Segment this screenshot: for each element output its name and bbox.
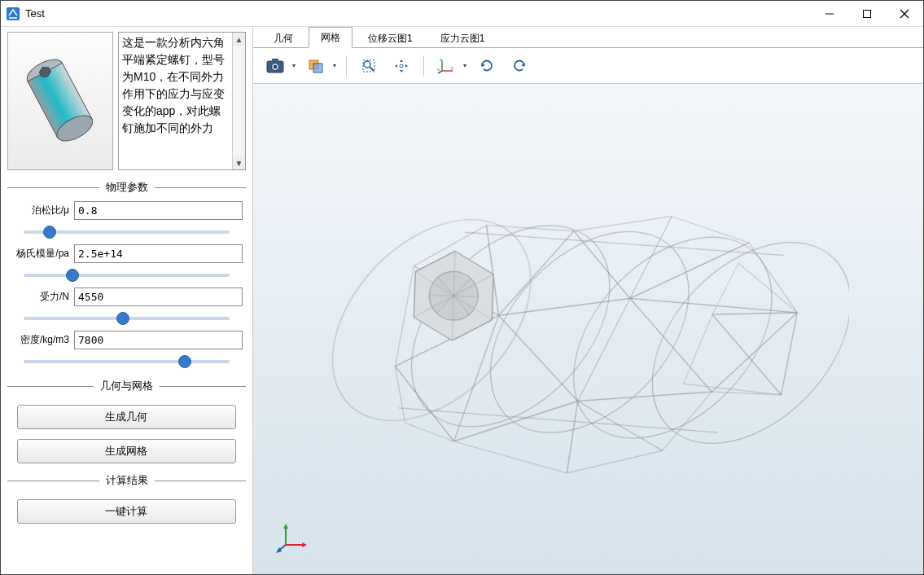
tab-stress[interactable]: 应力云图1 — [428, 28, 497, 48]
param-row-density: 密度/kg/m3 — [7, 331, 246, 349]
tab-mesh[interactable]: 网格 — [309, 27, 353, 48]
redo-view-button[interactable] — [507, 54, 532, 78]
mesh-wireframe — [328, 117, 849, 541]
model-thumbnail — [7, 32, 113, 170]
compute-button[interactable]: 一键计算 — [17, 499, 237, 524]
svg-line-28 — [464, 141, 783, 347]
screenshot-button[interactable] — [263, 54, 287, 78]
section-header-results: 计算结果 — [7, 473, 246, 488]
close-button[interactable] — [886, 1, 923, 26]
section-title-geometry: 几何与网格 — [94, 379, 160, 393]
svg-point-12 — [274, 64, 277, 68]
svg-point-29 — [373, 187, 648, 465]
input-youngs[interactable] — [74, 244, 243, 263]
app-window: Test — [0, 0, 924, 575]
input-density[interactable] — [74, 331, 243, 349]
tab-geometry[interactable]: 几何 — [261, 28, 305, 48]
section-title-results: 计算结果 — [99, 473, 155, 488]
zoom-extents-button[interactable] — [357, 54, 381, 78]
svg-point-18 — [400, 64, 403, 68]
input-poisson[interactable] — [74, 201, 243, 220]
svg-line-27 — [398, 316, 718, 524]
window-title: Test — [25, 7, 811, 20]
input-force[interactable] — [74, 288, 243, 306]
slider-poisson[interactable] — [24, 230, 230, 234]
tab-bar: 几何 网格 位移云图1 应力云图1 — [253, 27, 923, 48]
dropdown-caret-icon[interactable]: ▾ — [292, 62, 296, 69]
svg-marker-41 — [283, 524, 288, 529]
toolbar-separator-2 — [423, 55, 424, 77]
generate-mesh-button[interactable]: 生成网格 — [17, 439, 237, 463]
label-force: 受力/N — [11, 290, 69, 304]
svg-rect-10 — [272, 59, 278, 62]
svg-line-17 — [370, 67, 374, 71]
description-scrollbar[interactable]: ▲ ▼ — [232, 33, 245, 169]
window-controls — [811, 1, 923, 26]
select-transparency-button[interactable] — [304, 54, 328, 78]
axes-orientation-button[interactable]: zyx — [434, 54, 458, 78]
scroll-track[interactable] — [233, 46, 245, 156]
section-header-geometry: 几何与网格 — [7, 379, 246, 393]
param-row-poisson: 泊松比/μ — [7, 201, 246, 220]
label-density: 密度/kg/m3 — [11, 333, 69, 347]
label-poisson: 泊松比/μ — [11, 204, 69, 217]
section-header-physics: 物理参数 — [7, 180, 246, 195]
main-area: 几何 网格 位移云图1 应力云图1 ▾ ▾ — [253, 27, 923, 574]
svg-rect-2 — [864, 10, 871, 17]
pan-button[interactable] — [389, 54, 414, 78]
dropdown-caret-icon-3[interactable]: ▾ — [463, 62, 466, 69]
slider-density[interactable] — [24, 360, 230, 363]
minimize-button[interactable] — [811, 1, 848, 26]
svg-point-16 — [364, 61, 370, 68]
maximize-button[interactable] — [848, 1, 886, 26]
generate-geometry-button[interactable]: 生成几何 — [17, 405, 237, 429]
description-box: 这是一款分析内六角平端紧定螺钉，型号为M10，在不同外力作用下的应力与应变变化的… — [118, 32, 246, 170]
viewport-toolbar: ▾ ▾ zyx ▾ — [253, 48, 923, 84]
param-row-youngs: 杨氏模量/pa — [7, 244, 246, 263]
section-title-physics: 物理参数 — [99, 180, 155, 195]
svg-point-30 — [452, 194, 727, 472]
tab-displacement[interactable]: 位移云图1 — [356, 28, 425, 48]
svg-rect-14 — [313, 64, 322, 72]
svg-marker-43 — [302, 542, 307, 547]
slider-force[interactable] — [24, 317, 230, 320]
3d-viewport[interactable] — [253, 84, 923, 574]
axis-gizmo-icon — [276, 522, 309, 555]
title-bar: Test — [1, 1, 923, 27]
scroll-down-icon[interactable]: ▼ — [233, 156, 245, 169]
sidebar: 这是一款分析内六角平端紧定螺钉，型号为M10，在不同外力作用下的应力与应变变化的… — [1, 27, 253, 574]
toolbar-separator — [346, 55, 347, 77]
svg-text:x: x — [437, 67, 440, 72]
param-row-force: 受力/N — [7, 288, 246, 306]
scroll-up-icon[interactable]: ▲ — [233, 33, 245, 46]
app-icon — [6, 7, 20, 21]
description-text: 这是一款分析内六角平端紧定螺钉，型号为M10，在不同外力作用下的应力与应变变化的… — [119, 33, 230, 169]
reset-view-button[interactable] — [475, 54, 499, 78]
svg-text:z: z — [440, 58, 442, 62]
slider-youngs[interactable] — [24, 274, 230, 277]
label-youngs: 杨氏模量/pa — [11, 247, 69, 261]
svg-text:y: y — [451, 65, 453, 70]
dropdown-caret-icon-2[interactable]: ▾ — [333, 62, 336, 69]
